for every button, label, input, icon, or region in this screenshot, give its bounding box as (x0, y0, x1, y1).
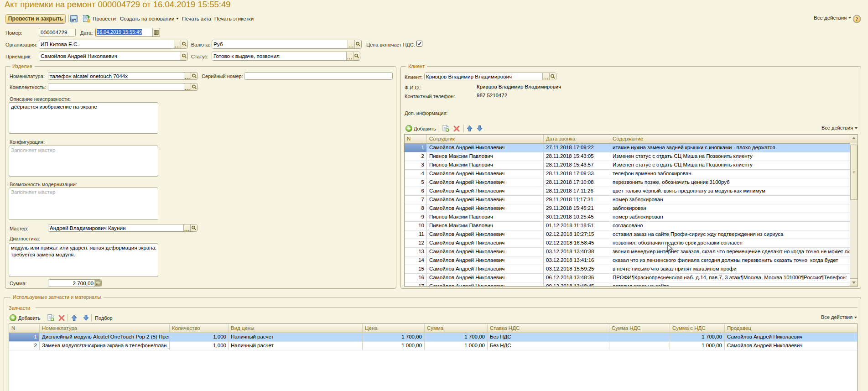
svg-text:?: ? (856, 16, 858, 22)
